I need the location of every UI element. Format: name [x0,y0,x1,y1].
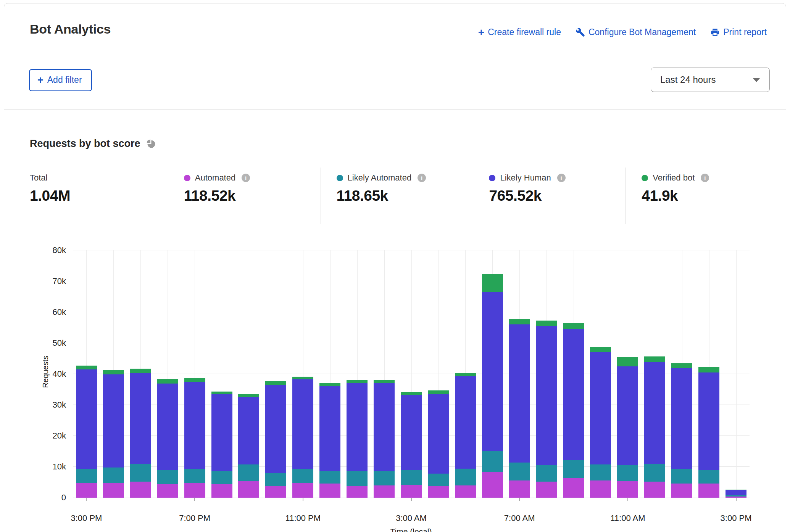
bar-segment-verified-bot[interactable] [698,367,719,372]
bar-segment-likely-automated[interactable] [319,471,340,483]
bar-segment-automated[interactable] [184,483,205,498]
bar-segment-likely-automated[interactable] [347,471,368,487]
bar-segment-likely-human[interactable] [617,366,638,465]
bar-segment-verified-bot[interactable] [374,380,395,383]
bar-segment-likely-automated[interactable] [374,471,395,485]
bar-segment-verified-bot[interactable] [103,370,124,374]
bar-segment-likely-automated[interactable] [238,464,259,481]
bar-segment-verified-bot[interactable] [238,394,259,397]
bar-segment-automated[interactable] [428,486,449,498]
bar-segment-automated[interactable] [401,485,422,498]
bar-segment-likely-automated[interactable] [617,465,638,481]
add-filter-button[interactable]: + Add filter [29,69,92,91]
bar-segment-verified-bot[interactable] [319,383,340,387]
bar-segment-likely-automated[interactable] [292,469,313,483]
info-icon[interactable]: i [418,174,426,182]
bar-segment-likely-human[interactable] [726,490,746,495]
bar-segment-automated[interactable] [482,472,503,498]
bar-segment-likely-human[interactable] [509,324,530,462]
bar-segment-automated[interactable] [509,480,530,498]
bar-segment-likely-human[interactable] [319,386,340,471]
bar-segment-automated[interactable] [455,485,476,498]
bar-segment-likely-human[interactable] [238,397,259,464]
bar-segment-likely-human[interactable] [76,369,97,469]
bar-segment-likely-automated[interactable] [401,470,422,485]
bar-segment-likely-automated[interactable] [482,451,503,472]
bar-segment-likely-automated[interactable] [428,474,449,486]
bar-segment-likely-human[interactable] [536,326,557,465]
bar-segment-verified-bot[interactable] [401,392,422,395]
bar-segment-verified-bot[interactable] [726,490,746,490]
bar-segment-verified-bot[interactable] [671,363,692,369]
bar-segment-verified-bot[interactable] [536,321,557,326]
bar-segment-likely-automated[interactable] [509,463,530,480]
bar-segment-verified-bot[interactable] [590,347,611,353]
bar-segment-likely-automated[interactable] [157,470,178,484]
bar-segment-automated[interactable] [536,482,557,498]
bar-segment-likely-human[interactable] [103,374,124,468]
bar-segment-likely-human[interactable] [482,292,503,451]
bar-segment-likely-human[interactable] [644,362,665,464]
bar-segment-likely-human[interactable] [130,373,151,464]
bar-segment-likely-automated[interactable] [76,469,97,483]
bar-segment-likely-human[interactable] [590,352,611,464]
bar-segment-automated[interactable] [347,486,368,498]
bar-segment-likely-automated[interactable] [726,495,746,497]
bar-segment-verified-bot[interactable] [184,378,205,382]
bar-segment-verified-bot[interactable] [617,357,638,366]
bar-segment-likely-automated[interactable] [455,469,476,485]
bar-segment-likely-automated[interactable] [563,460,584,478]
bar-segment-likely-human[interactable] [428,394,449,474]
bar-segment-likely-human[interactable] [698,372,719,470]
bar-segment-likely-automated[interactable] [644,464,665,482]
bar-segment-automated[interactable] [644,482,665,498]
bar-segment-likely-automated[interactable] [671,469,692,484]
bar-segment-likely-automated[interactable] [184,469,205,483]
bar-segment-likely-automated[interactable] [130,464,151,482]
bar-segment-likely-human[interactable] [455,376,476,469]
bar-segment-verified-bot[interactable] [482,274,503,292]
bar-segment-automated[interactable] [617,481,638,498]
bar-segment-likely-human[interactable] [374,383,395,471]
bar-segment-likely-human[interactable] [563,329,584,460]
bar-segment-likely-automated[interactable] [211,471,232,484]
bar-segment-verified-bot[interactable] [563,323,584,329]
bar-segment-likely-human[interactable] [671,368,692,469]
bar-segment-automated[interactable] [698,484,719,498]
bar-segment-verified-bot[interactable] [644,356,665,362]
configure-bot-management-link[interactable]: Configure Bot Management [576,27,696,37]
bar-segment-automated[interactable] [590,480,611,498]
bar-segment-likely-human[interactable] [184,382,205,469]
bar-segment-verified-bot[interactable] [428,390,449,394]
bar-segment-likely-human[interactable] [265,385,286,473]
bar-segment-likely-automated[interactable] [590,464,611,480]
bar-segment-automated[interactable] [130,482,151,498]
bar-segment-verified-bot[interactable] [347,380,368,382]
bar-segment-likely-human[interactable] [401,395,422,470]
bar-segment-automated[interactable] [563,478,584,498]
bar-segment-automated[interactable] [157,484,178,498]
bar-segment-automated[interactable] [726,497,746,498]
bar-segment-automated[interactable] [76,483,97,498]
bar-segment-likely-automated[interactable] [698,470,719,484]
bar-segment-automated[interactable] [211,484,232,498]
bar-segment-likely-automated[interactable] [536,465,557,482]
bar-segment-likely-automated[interactable] [265,473,286,486]
bar-segment-verified-bot[interactable] [292,377,313,379]
time-range-select[interactable]: Last 24 hours [651,68,770,92]
bar-segment-verified-bot[interactable] [211,392,232,394]
print-report-link[interactable]: Print report [710,27,767,37]
bar-segment-verified-bot[interactable] [130,369,151,373]
create-firewall-rule-link[interactable]: + Create firewall rule [478,27,561,37]
bar-segment-automated[interactable] [238,481,259,498]
bar-segment-likely-human[interactable] [292,379,313,469]
bar-segment-verified-bot[interactable] [509,319,530,325]
bar-segment-automated[interactable] [265,486,286,498]
bar-segment-likely-human[interactable] [211,394,232,471]
bar-segment-automated[interactable] [319,484,340,498]
bar-segment-likely-human[interactable] [347,383,368,471]
info-icon[interactable]: i [701,174,709,182]
info-icon[interactable]: i [242,174,250,182]
bar-segment-automated[interactable] [292,483,313,498]
bar-segment-verified-bot[interactable] [265,381,286,385]
